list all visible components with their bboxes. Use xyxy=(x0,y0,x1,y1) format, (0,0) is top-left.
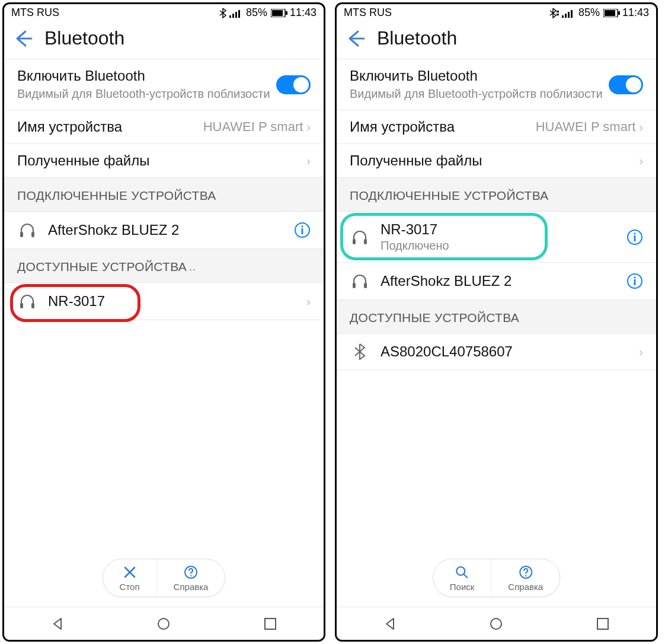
clock-label: 11:43 xyxy=(290,7,316,19)
section-available: ДОСТУПНЫЕ УСТРОЙСТВА .. xyxy=(4,248,324,282)
bottom-action-pill: Стоп Справка xyxy=(103,559,226,597)
device-name: AfterShokz BLUEZ 2 xyxy=(48,222,283,238)
svg-rect-18 xyxy=(557,11,559,12)
svg-point-16 xyxy=(158,619,169,629)
chevron-right-icon: › xyxy=(306,295,311,308)
svg-rect-0 xyxy=(229,15,231,18)
battery-icon xyxy=(603,9,620,17)
nav-recent-icon[interactable] xyxy=(594,616,611,632)
svg-point-10 xyxy=(301,225,303,227)
info-icon[interactable] xyxy=(626,229,643,246)
connected-device-row[interactable]: NR-3017 Подключено xyxy=(337,211,656,262)
toggle-subtitle: Видимый для Bluetooth-устройств поблизос… xyxy=(17,87,276,101)
svg-rect-31 xyxy=(634,235,636,241)
received-files-row[interactable]: Полученные файлы › xyxy=(4,144,324,177)
search-button[interactable]: Поиск xyxy=(433,559,491,597)
svg-rect-28 xyxy=(364,239,367,244)
carrier-label: MTS RUS xyxy=(344,7,392,19)
svg-rect-32 xyxy=(353,283,356,288)
available-device-row[interactable]: AS8020CL40758607 › xyxy=(337,333,656,370)
svg-point-40 xyxy=(491,619,501,629)
device-name: NR-3017 xyxy=(381,221,616,238)
header: Bluetooth xyxy=(4,20,324,59)
chevron-right-icon: › xyxy=(639,345,643,359)
nav-recent-icon[interactable] xyxy=(262,616,279,632)
svg-rect-12 xyxy=(20,303,23,308)
svg-rect-41 xyxy=(597,619,608,629)
nav-home-icon[interactable] xyxy=(488,616,504,632)
toggle-subtitle: Видимый для Bluetooth-устройств поблизос… xyxy=(350,87,609,101)
received-files-row[interactable]: Полученные файлы › xyxy=(337,144,656,177)
bluetooth-connected-icon xyxy=(549,8,560,18)
toggle-switch[interactable] xyxy=(276,75,311,94)
status-bar: MTS RUS 85% 11:43 xyxy=(337,4,656,20)
status-bar: MTS RUS 85% 11:43 xyxy=(4,4,324,20)
help-button[interactable]: Справка xyxy=(156,559,225,597)
section-available-label: ДОСТУПНЫЕ УСТРОЙСТВА xyxy=(17,260,187,274)
nav-home-icon[interactable] xyxy=(155,616,172,632)
svg-rect-17 xyxy=(265,619,276,629)
available-device-row[interactable]: NR-3017 › xyxy=(4,282,324,320)
svg-rect-23 xyxy=(571,10,573,18)
device-name-label: Имя устройства xyxy=(350,119,536,135)
phone-left: MTS RUS 85% 11:43 Bluetooth Включить Blu… xyxy=(2,2,325,642)
search-label: Поиск xyxy=(450,582,475,592)
stop-button[interactable]: Стоп xyxy=(103,559,156,597)
bottom-action-pill: Поиск Справка xyxy=(433,559,560,597)
back-icon[interactable] xyxy=(14,29,33,48)
toggle-title: Включить Bluetooth xyxy=(350,68,609,84)
nav-back-icon[interactable] xyxy=(49,616,66,632)
device-name-row[interactable]: Имя устройства HUAWEI P smart › xyxy=(4,110,324,144)
device-name-row[interactable]: Имя устройства HUAWEI P smart › xyxy=(337,110,656,144)
headphones-icon xyxy=(350,272,370,290)
connected-device-row[interactable]: AfterShokz BLUEZ 2 xyxy=(4,211,324,248)
signal-icon xyxy=(562,8,575,18)
section-available: ДОСТУПНЫЕ УСТРОЙСТВА xyxy=(337,299,656,333)
help-icon xyxy=(183,564,199,581)
nav-back-icon[interactable] xyxy=(382,616,398,632)
headphones-icon xyxy=(17,221,37,239)
phone-right: MTS RUS 85% 11:43 Bluetooth Включить Blu… xyxy=(335,2,658,642)
help-button[interactable]: Справка xyxy=(491,559,560,597)
help-icon xyxy=(517,564,534,581)
svg-rect-8 xyxy=(31,232,34,237)
svg-rect-19 xyxy=(557,14,559,15)
nav-bar xyxy=(337,607,656,640)
svg-rect-25 xyxy=(605,10,615,16)
svg-rect-13 xyxy=(31,303,34,308)
help-label: Справка xyxy=(174,582,209,592)
toggle-switch[interactable] xyxy=(609,75,643,94)
page-title: Bluetooth xyxy=(377,27,457,49)
back-icon[interactable] xyxy=(346,29,365,48)
svg-rect-21 xyxy=(565,14,567,18)
page-title: Bluetooth xyxy=(44,27,124,49)
svg-rect-33 xyxy=(364,283,367,288)
chevron-right-icon: › xyxy=(639,120,643,134)
bluetooth-toggle-row[interactable]: Включить Bluetooth Видимый для Bluetooth… xyxy=(4,59,324,110)
received-files-label: Полученные файлы xyxy=(350,152,639,169)
battery-percent: 85% xyxy=(578,7,600,19)
device-status: Подключено xyxy=(381,239,616,253)
svg-rect-11 xyxy=(302,228,303,234)
svg-point-39 xyxy=(525,575,526,576)
svg-rect-22 xyxy=(568,12,570,18)
chevron-right-icon: › xyxy=(639,154,643,168)
bluetooth-toggle-row[interactable]: Включить Bluetooth Видимый для Bluetooth… xyxy=(337,59,656,110)
headphones-icon xyxy=(17,292,37,310)
clock-label: 11:43 xyxy=(622,7,649,19)
connected-device-row[interactable]: AfterShokz BLUEZ 2 xyxy=(337,262,656,299)
info-icon[interactable] xyxy=(294,222,311,238)
svg-point-15 xyxy=(190,575,191,576)
svg-rect-7 xyxy=(20,232,23,237)
svg-rect-1 xyxy=(232,14,234,18)
svg-rect-26 xyxy=(618,11,620,15)
chevron-right-icon: › xyxy=(306,154,311,168)
svg-rect-36 xyxy=(634,279,636,285)
battery-percent: 85% xyxy=(246,7,267,19)
device-name-label: Имя устройства xyxy=(17,119,203,135)
section-connected: ПОДКЛЮЧЕННЫЕ УСТРОЙСТВА xyxy=(337,177,656,211)
info-icon[interactable] xyxy=(626,273,643,289)
svg-point-35 xyxy=(634,276,635,278)
svg-point-30 xyxy=(634,232,635,234)
svg-rect-27 xyxy=(353,239,356,244)
